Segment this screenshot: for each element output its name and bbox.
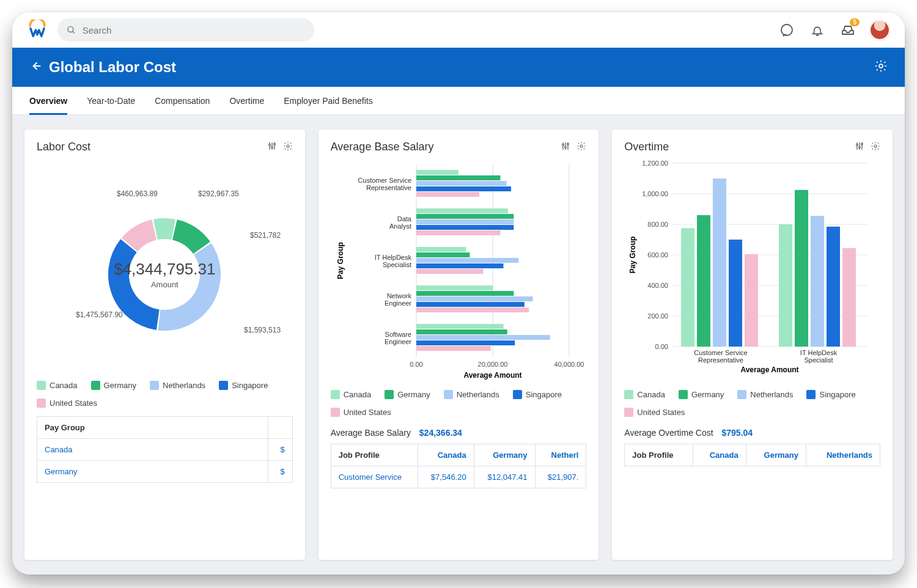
avatar[interactable] <box>869 20 890 40</box>
svg-text:0.00: 0.00 <box>655 343 668 350</box>
tab-bar: OverviewYear-to-DateCompensationOvertime… <box>12 87 905 115</box>
svg-text:Average Amount: Average Amount <box>741 366 799 374</box>
vbar-chart[interactable]: 0.00200.00400.00600.00800.001,000.001,20… <box>624 158 881 381</box>
legend-item[interactable]: Germany <box>679 390 724 399</box>
search-box[interactable] <box>57 18 314 42</box>
svg-rect-85 <box>713 178 726 347</box>
svg-text:40,000.00: 40,000.00 <box>554 361 584 368</box>
labor-table: Pay Group Canada$ Germany$ <box>37 416 293 483</box>
legend-item[interactable]: Netherlands <box>150 381 205 390</box>
legend-item[interactable]: Netherlands <box>737 390 793 399</box>
svg-text:Customer ServiceRepresentative: Customer ServiceRepresentative <box>358 177 411 191</box>
tab-overtime[interactable]: Overtime <box>229 87 264 115</box>
search-input[interactable] <box>83 25 306 35</box>
card-labor-cost: Labor Cost $292,967.35$521,782.43$1,593,… <box>24 130 305 560</box>
card-overtime: Overtime 0.00200.00400.00600.00800.001,0… <box>612 130 893 560</box>
gear-icon[interactable] <box>576 141 586 153</box>
page-settings-icon[interactable] <box>874 59 888 75</box>
filter-icon[interactable] <box>267 141 277 153</box>
page-header: Global Labor Cost <box>12 48 905 87</box>
workday-logo[interactable] <box>27 20 48 40</box>
svg-text:20,000.00: 20,000.00 <box>477 361 507 368</box>
legend: CanadaGermanyNetherlandsSingaporeUnited … <box>37 381 293 408</box>
search-icon <box>66 24 76 35</box>
legend-item[interactable]: Canada <box>331 390 372 399</box>
dashboard-body: Labor Cost $292,967.35$521,782.43$1,593,… <box>12 115 905 575</box>
legend-item[interactable]: United States <box>37 399 97 408</box>
svg-rect-31 <box>416 175 501 180</box>
tab-employer-paid-benefits[interactable]: Employer Paid Benefits <box>284 87 373 115</box>
svg-rect-42 <box>416 247 466 252</box>
svg-rect-93 <box>842 248 856 347</box>
svg-rect-92 <box>827 227 840 347</box>
table-row[interactable]: Customer Service $7,546.20 $12,047.41 $2… <box>331 466 586 488</box>
table-row[interactable]: Germany <box>37 461 268 483</box>
svg-point-10 <box>273 143 275 145</box>
legend-item[interactable]: Singapore <box>513 390 562 399</box>
legend-item[interactable]: United States <box>331 408 391 417</box>
svg-text:1,000.00: 1,000.00 <box>643 190 669 197</box>
tab-overview[interactable]: Overview <box>29 87 67 115</box>
col-canada: Canada <box>418 444 474 466</box>
legend-item[interactable]: Canada <box>624 390 665 399</box>
svg-rect-84 <box>697 215 710 347</box>
svg-rect-87 <box>745 254 758 347</box>
svg-text:0.00: 0.00 <box>410 361 422 368</box>
svg-text:SoftwareEngineer: SoftwareEngineer <box>385 331 411 345</box>
svg-rect-33 <box>416 186 511 191</box>
svg-text:800.00: 800.00 <box>648 221 669 228</box>
gear-icon[interactable] <box>283 141 293 153</box>
col-netherlands: Netherl <box>535 444 586 466</box>
svg-point-2 <box>781 24 792 35</box>
svg-text:$1,593,513.74: $1,593,513.74 <box>244 326 281 334</box>
svg-text:Pay Group: Pay Group <box>336 242 345 279</box>
notifications-icon[interactable] <box>808 21 827 39</box>
svg-line-1 <box>73 31 75 33</box>
svg-rect-57 <box>416 340 515 345</box>
svg-point-67 <box>861 143 863 145</box>
card-average-base-salary: Average Base Salary 0.0020,000.0040,000.… <box>319 130 599 560</box>
legend-item[interactable]: Singapore <box>806 390 855 399</box>
donut-center: $4,344,795.31 Amount <box>114 260 215 289</box>
footer-label: Average Base Salary <box>331 428 411 438</box>
back-button[interactable] <box>29 60 42 75</box>
svg-point-23 <box>580 145 583 147</box>
legend-item[interactable]: Germany <box>91 381 136 390</box>
messages-icon[interactable] <box>778 21 796 39</box>
svg-rect-56 <box>416 335 550 340</box>
legend-item[interactable]: United States <box>624 408 685 417</box>
svg-rect-48 <box>416 285 493 290</box>
inbox-badge: 5 <box>850 18 860 26</box>
svg-rect-55 <box>416 329 507 334</box>
legend-item[interactable]: Netherlands <box>444 390 499 399</box>
topbar-actions: 5 <box>778 20 890 40</box>
gear-icon[interactable] <box>871 141 880 153</box>
tab-compensation[interactable]: Compensation <box>155 87 210 115</box>
legend-item[interactable]: Singapore <box>219 381 268 390</box>
svg-text:NetworkEngineer: NetworkEngineer <box>385 292 412 307</box>
col-job: Job Profile <box>331 444 418 466</box>
svg-text:IT HelpDeskSpecialist: IT HelpDeskSpecialist <box>800 349 838 364</box>
svg-rect-38 <box>416 219 514 224</box>
svg-text:200.00: 200.00 <box>648 312 669 320</box>
filter-icon[interactable] <box>561 141 570 153</box>
tab-year-to-date[interactable]: Year-to-Date <box>87 87 135 115</box>
legend-item[interactable]: Canada <box>37 381 78 390</box>
donut-chart[interactable]: $292,967.35$521,782.43$1,593,513.74$1,47… <box>37 183 293 366</box>
inbox-icon[interactable]: 5 <box>839 21 857 39</box>
svg-text:1,200.00: 1,200.00 <box>643 160 669 167</box>
svg-point-68 <box>874 145 877 147</box>
svg-text:Pay Group: Pay Group <box>628 237 637 274</box>
hbar-chart[interactable]: 0.0020,000.0040,000.00Customer ServiceRe… <box>331 158 587 381</box>
salary-table: Job Profile Canada Germany Netherl Custo… <box>331 444 587 488</box>
svg-rect-36 <box>416 208 508 213</box>
filter-icon[interactable] <box>855 141 864 153</box>
col-job: Job Profile <box>625 444 693 466</box>
table-row[interactable]: Canada <box>37 439 268 461</box>
svg-rect-89 <box>779 224 792 347</box>
svg-rect-44 <box>416 258 519 263</box>
legend-item[interactable]: Germany <box>385 390 430 399</box>
svg-rect-43 <box>416 252 470 257</box>
svg-point-4 <box>879 64 883 68</box>
svg-rect-54 <box>416 324 504 329</box>
